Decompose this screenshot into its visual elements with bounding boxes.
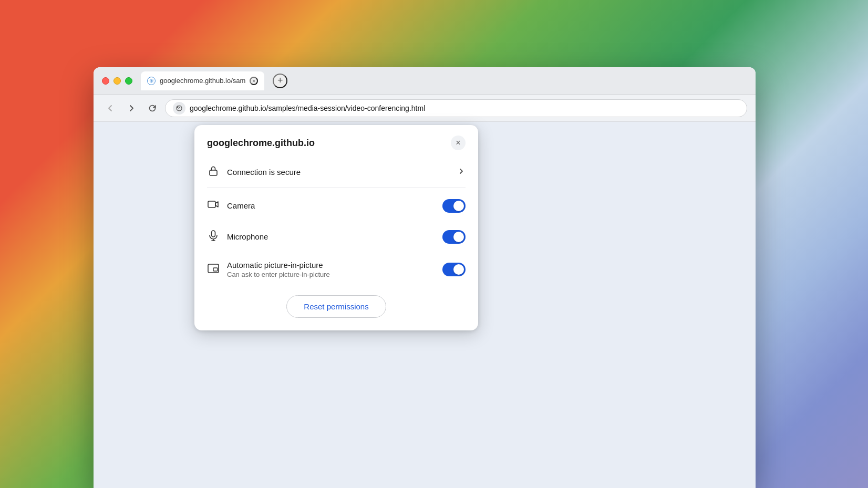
svg-rect-4: [210, 170, 217, 175]
popup-divider: [207, 188, 466, 188]
site-info-popup: googlechrome.github.io × Connection is s…: [194, 125, 478, 330]
reset-permissions-button[interactable]: Reset permissions: [286, 295, 386, 318]
reload-button[interactable]: [144, 100, 161, 117]
connection-chevron-icon: [457, 167, 466, 178]
tab-title: googlechrome.github.io/sam: [160, 77, 245, 85]
svg-text:✳: ✳: [149, 78, 154, 84]
camera-permission-info: Camera: [227, 201, 435, 210]
microphone-permission-row: Microphone: [194, 221, 478, 252]
camera-toggle[interactable]: [442, 199, 466, 213]
reset-button-container: Reset permissions: [194, 287, 478, 330]
back-button[interactable]: [102, 100, 119, 117]
microphone-toggle[interactable]: [442, 230, 466, 244]
popup-header: googlechrome.github.io ×: [194, 125, 478, 159]
title-bar: ✳ googlechrome.github.io/sam × +: [94, 67, 756, 95]
connection-row[interactable]: Connection is secure: [194, 159, 478, 185]
svg-rect-10: [213, 268, 218, 271]
lock-icon: [207, 165, 220, 179]
url-display: googlechrome.github.io/samples/media-ses…: [190, 104, 739, 112]
traffic-lights: [102, 77, 132, 85]
camera-permission-row: Camera: [194, 190, 478, 221]
pip-permission-info: Automatic picture-in-picture Can ask to …: [227, 261, 435, 278]
pip-icon: [207, 263, 220, 277]
pip-permission-sublabel: Can ask to enter picture-in-picture: [227, 271, 435, 278]
site-info-button[interactable]: [173, 102, 185, 115]
tab-close-button[interactable]: ×: [250, 77, 258, 85]
address-bar[interactable]: googlechrome.github.io/samples/media-ses…: [165, 99, 747, 117]
pip-permission-row: Automatic picture-in-picture Can ask to …: [194, 252, 478, 287]
connection-label: Connection is secure: [227, 168, 450, 176]
browser-window: ✳ googlechrome.github.io/sam × +: [94, 67, 756, 488]
svg-point-3: [179, 110, 179, 110]
forward-button[interactable]: [123, 100, 140, 117]
pip-toggle[interactable]: [442, 263, 466, 276]
svg-rect-5: [208, 201, 215, 207]
camera-icon: [207, 199, 220, 213]
browser-content: googlechrome.github.io × Connection is s…: [94, 122, 756, 488]
close-window-button[interactable]: [102, 77, 109, 85]
microphone-permission-info: Microphone: [227, 232, 435, 241]
popup-close-button[interactable]: ×: [451, 136, 466, 150]
active-tab[interactable]: ✳ googlechrome.github.io/sam ×: [141, 71, 264, 90]
minimize-window-button[interactable]: [113, 77, 121, 85]
new-tab-button[interactable]: +: [273, 74, 287, 88]
popup-title: googlechrome.github.io: [207, 138, 315, 149]
pip-permission-label: Automatic picture-in-picture: [227, 261, 435, 269]
toolbar: googlechrome.github.io/samples/media-ses…: [94, 95, 756, 122]
microphone-permission-label: Microphone: [227, 232, 435, 241]
microphone-icon: [207, 230, 220, 244]
camera-permission-label: Camera: [227, 201, 435, 210]
tab-favicon-icon: ✳: [147, 77, 156, 85]
svg-rect-6: [212, 231, 215, 237]
maximize-window-button[interactable]: [125, 77, 132, 85]
